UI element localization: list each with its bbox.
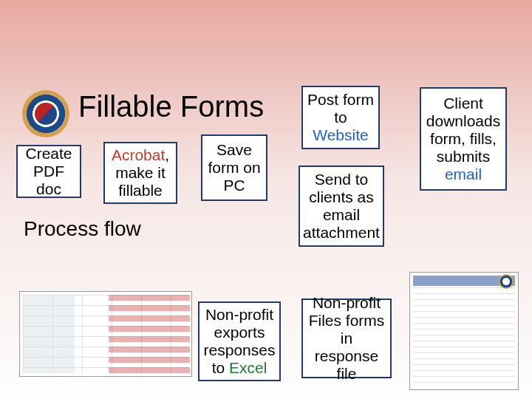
step-label: Non-profit exports responses to Excel	[204, 306, 276, 378]
step-post-website: Post form to Website	[301, 86, 380, 149]
excel-link[interactable]: Excel	[229, 359, 267, 376]
step-file-responses: Non-profit Files forms in response file	[301, 299, 392, 378]
client-pre: Client downloads form, fills, submits	[426, 95, 500, 165]
step-export-excel: Non-profit exports responses to Excel	[198, 301, 281, 381]
step-send-email: Send to clients as email attachment	[299, 166, 384, 247]
website-link[interactable]: Website	[313, 126, 368, 143]
post-pre: Post form to	[307, 91, 374, 126]
pdf-thumbnail	[409, 272, 519, 390]
email-link[interactable]: email	[445, 166, 482, 183]
step-save-pc: Save form on PC	[201, 134, 267, 201]
step-client-submit: Client downloads form, fills, submits em…	[420, 87, 507, 191]
step-label: Post form to Website	[307, 91, 374, 144]
step-create-pdf: Create PDF doc	[16, 145, 81, 198]
excel-thumbnail	[19, 291, 192, 377]
acrobat-word: Acrobat	[112, 146, 165, 163]
step-label: Create PDF doc	[22, 145, 75, 198]
step-label: Acrobat, make it fillable	[109, 146, 171, 200]
org-logo	[22, 90, 69, 137]
step-label: Non-profit Files forms in response file	[307, 294, 386, 383]
page-title: Fillable Forms	[78, 90, 264, 123]
step-acrobat-fillable: Acrobat, make it fillable	[103, 142, 177, 204]
step-label: Save form on PC	[207, 141, 262, 194]
process-flow-label: Process flow	[24, 217, 141, 241]
step-label: Client downloads form, fills, submits em…	[426, 95, 501, 184]
step-label: Send to clients as email attachment	[303, 171, 380, 242]
